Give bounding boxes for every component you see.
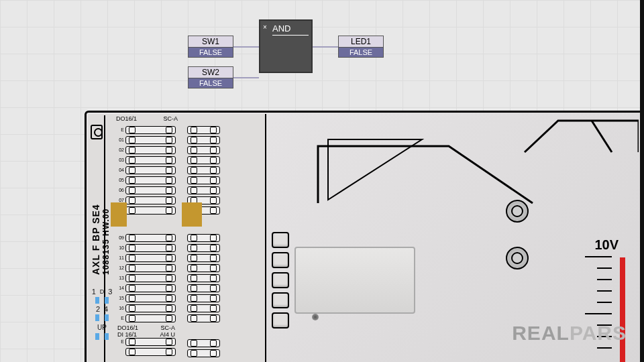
logic-diagram: SW1 FALSE SW2 FALSE × AND LED1 FALSE [188, 17, 402, 97]
board-model-label: AXL F BP SE4 [91, 181, 101, 275]
frame-edge [640, 0, 644, 362]
panel-button[interactable] [272, 272, 289, 288]
panel-button[interactable] [272, 232, 289, 248]
panel-button[interactable] [272, 252, 289, 268]
module-header-right: SC-A [163, 115, 178, 122]
bolt-icon [506, 200, 529, 223]
up-label: UP [91, 323, 113, 333]
module-do16: DO16/1 SC-A E 01 02 03 04 05 06 07 08 09… [115, 114, 179, 362]
panel-dot-icon [312, 314, 319, 320]
io-board: AXL F BP SE4 1088135 HW.00 1D3 24 UP DO1… [88, 114, 266, 362]
reset-icon [91, 125, 103, 139]
gauge-label: 10V [557, 237, 631, 253]
input-sw1[interactable]: SW1 FALSE [188, 36, 233, 58]
panel-button[interactable] [272, 312, 289, 328]
indicator-block: 1D3 24 UP [91, 287, 113, 341]
gauge-needle [620, 257, 625, 362]
and-gate[interactable]: × AND [259, 19, 313, 73]
output-led1[interactable]: LED1 FALSE [338, 36, 384, 58]
gate-type: AND [272, 23, 309, 36]
bolt-icon [506, 247, 529, 269]
io-value: FALSE [189, 78, 233, 88]
panel-outline [315, 119, 536, 206]
hardware-panel: AXL F BP SE4 1088135 HW.00 1D3 24 UP DO1… [85, 111, 644, 362]
module-sc-a [186, 114, 223, 362]
io-value: FALSE [189, 48, 233, 57]
terminal-column: E 01 02 03 04 05 06 07 08 09 10 11 12 13… [116, 125, 176, 357]
wire [233, 77, 259, 78]
watermark: REALPARS [512, 322, 627, 345]
inner-panel [294, 247, 415, 314]
gate-pin-icon: × [263, 23, 268, 29]
wire [313, 46, 338, 48]
highlight-block [111, 202, 127, 227]
module-header-left: DO16/1 [116, 115, 137, 122]
wire [233, 46, 259, 48]
board-serial-label: 1088135 HW.00 [101, 181, 111, 275]
panel-button[interactable] [272, 292, 289, 308]
io-label: SW2 [189, 67, 233, 78]
io-value: FALSE [339, 48, 383, 57]
button-column [272, 228, 289, 333]
io-label: LED1 [339, 36, 383, 48]
highlight-block [182, 202, 202, 227]
panel-outline-right [518, 115, 639, 156]
io-label: SW1 [189, 36, 233, 48]
input-sw2[interactable]: SW2 FALSE [188, 66, 233, 88]
